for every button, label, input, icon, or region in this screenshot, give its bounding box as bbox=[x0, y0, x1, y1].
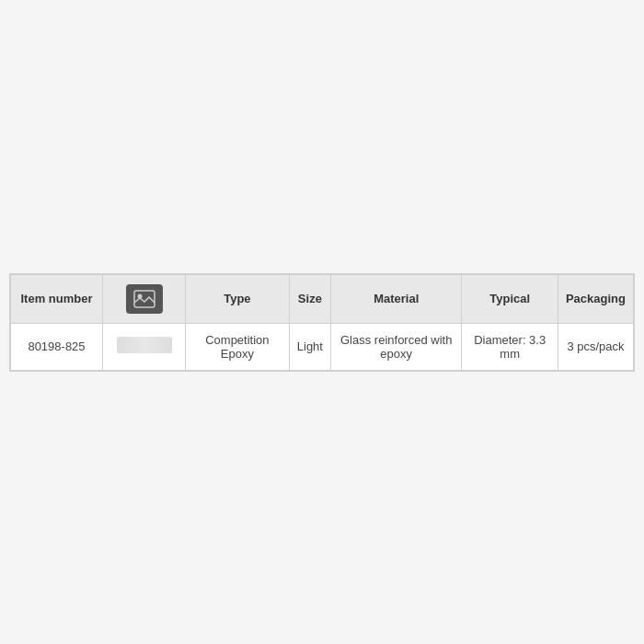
col-header-type: Type bbox=[186, 274, 290, 323]
col-header-image bbox=[103, 274, 186, 323]
cell-type: Competition Epoxy bbox=[186, 323, 290, 370]
col-header-item-number: Item number bbox=[11, 274, 103, 323]
col-header-material: Material bbox=[330, 274, 461, 323]
cell-image bbox=[103, 323, 186, 370]
cell-size: Light bbox=[289, 323, 330, 370]
thumbnail-placeholder bbox=[117, 337, 172, 353]
cell-item-number: 80198-825 bbox=[11, 323, 103, 370]
cell-typical: Diameter: 3.3 mm bbox=[462, 323, 558, 370]
table-header-row: Item number Type Size Material Typical P… bbox=[11, 274, 634, 323]
col-header-packaging: Packaging bbox=[558, 274, 633, 323]
product-table: Item number Type Size Material Typical P… bbox=[9, 273, 635, 372]
col-header-typical: Typical bbox=[462, 274, 558, 323]
image-icon bbox=[126, 284, 163, 314]
col-header-size: Size bbox=[289, 274, 330, 323]
cell-packaging: 3 pcs/pack bbox=[558, 323, 633, 370]
table-row: 80198-825 Competition Epoxy Light Glass … bbox=[11, 323, 634, 370]
cell-material: Glass reinforced with epoxy bbox=[330, 323, 461, 370]
